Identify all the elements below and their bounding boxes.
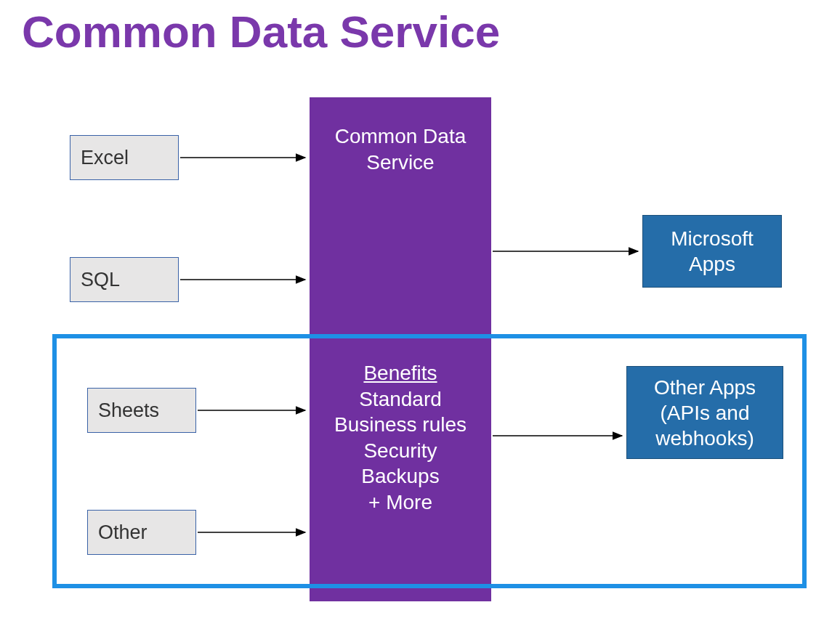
center-heading: Common Data Service	[310, 116, 491, 175]
center-heading-line2: Service	[310, 150, 491, 176]
input-sql: SQL	[70, 257, 179, 302]
ms-apps-line2: Apps	[689, 251, 735, 277]
center-heading-line1: Common Data	[310, 123, 491, 150]
ms-apps-line1: Microsoft	[671, 226, 754, 251]
diagram-canvas: Common Data Service Benefits Standard Bu…	[0, 0, 840, 642]
highlight-box	[52, 334, 807, 588]
input-excel: Excel	[70, 135, 179, 180]
output-microsoft-apps: Microsoft Apps	[642, 215, 782, 288]
